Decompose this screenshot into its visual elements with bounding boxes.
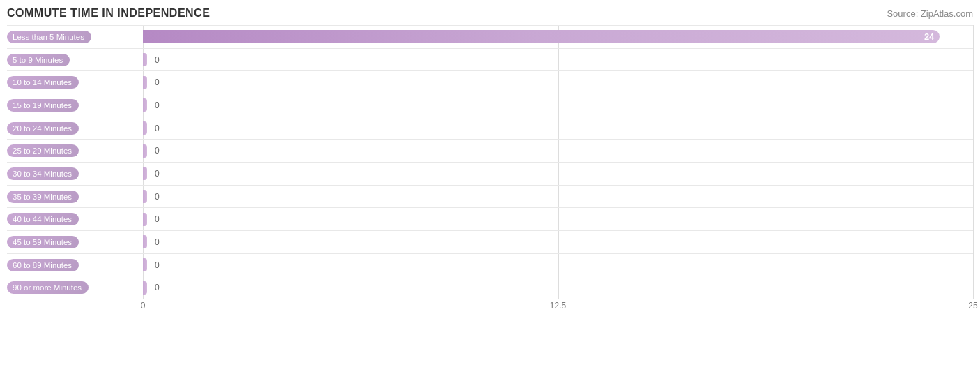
bar-label-pill: 25 to 29 Minutes xyxy=(7,144,79,157)
bar-row: 25 to 29 Minutes0 xyxy=(7,140,973,163)
bar-fill xyxy=(143,167,147,180)
bar-track: 24 xyxy=(143,26,973,48)
bars-area: Less than 5 Minutes245 to 9 Minutes010 t… xyxy=(7,25,973,299)
bar-label-pill: 15 to 19 Minutes xyxy=(7,99,79,112)
bar-fill xyxy=(143,190,147,203)
bar-label-container: 60 to 89 Minutes xyxy=(7,259,143,271)
bar-label-container: 35 to 39 Minutes xyxy=(7,191,143,203)
bar-fill xyxy=(143,258,147,271)
bar-fill xyxy=(143,76,147,89)
bar-fill xyxy=(143,53,147,66)
grid-line-100 xyxy=(973,25,974,299)
chart-body: Less than 5 Minutes245 to 9 Minutes010 t… xyxy=(7,25,973,320)
bar-row: 15 to 19 Minutes0 xyxy=(7,94,973,117)
x-axis: 0 12.5 25 xyxy=(143,301,973,320)
bar-label-pill: 45 to 59 Minutes xyxy=(7,236,79,248)
bar-label-container: 10 to 14 Minutes xyxy=(7,76,143,89)
bar-value-label: 0 xyxy=(155,260,160,270)
bar-value-label: 0 xyxy=(155,192,160,202)
bar-label-pill: 5 to 9 Minutes xyxy=(7,54,70,66)
bar-track: 0 xyxy=(143,49,973,71)
bar-label-container: 40 to 44 Minutes xyxy=(7,213,143,225)
bar-label-pill: 90 or more Minutes xyxy=(7,281,89,294)
bar-fill xyxy=(143,121,147,135)
bar-label-pill: 35 to 39 Minutes xyxy=(7,191,79,203)
bar-value-label: 0 xyxy=(155,55,160,65)
bar-label-container: 25 to 29 Minutes xyxy=(7,144,143,157)
bar-value-label: 0 xyxy=(155,146,160,156)
bar-label-container: Less than 5 Minutes xyxy=(7,31,143,43)
chart-title: COMMUTE TIME IN INDEPENDENCE xyxy=(7,7,210,20)
chart-header: COMMUTE TIME IN INDEPENDENCE Source: Zip… xyxy=(7,7,973,20)
bar-fill: 24 xyxy=(143,30,940,43)
bar-row: 5 to 9 Minutes0 xyxy=(7,49,973,72)
bar-value-label: 0 xyxy=(155,237,160,247)
bar-row: 60 to 89 Minutes0 xyxy=(7,254,973,277)
bar-fill xyxy=(143,281,147,295)
bar-track: 0 xyxy=(143,231,973,253)
bar-track: 0 xyxy=(143,276,973,299)
bar-value-label: 0 xyxy=(155,169,160,179)
bar-track: 0 xyxy=(143,71,973,94)
bar-label-container: 90 or more Minutes xyxy=(7,281,143,294)
bar-track: 0 xyxy=(143,117,973,140)
bar-label-pill: 60 to 89 Minutes xyxy=(7,259,79,271)
bar-row: 90 or more Minutes0 xyxy=(7,276,973,299)
bar-track: 0 xyxy=(143,163,973,185)
x-label-25: 25 xyxy=(968,301,977,311)
bar-label-pill: 20 to 24 Minutes xyxy=(7,122,79,135)
bar-value-label: 0 xyxy=(155,100,160,110)
bar-row: 30 to 34 Minutes0 xyxy=(7,163,973,186)
bar-label-container: 5 to 9 Minutes xyxy=(7,54,143,66)
chart-container: COMMUTE TIME IN INDEPENDENCE Source: Zip… xyxy=(0,0,980,365)
bar-track: 0 xyxy=(143,186,973,208)
bar-fill xyxy=(143,235,147,248)
bar-label-container: 30 to 34 Minutes xyxy=(7,167,143,180)
bar-value-label: 0 xyxy=(155,214,160,224)
bar-value-label: 24 xyxy=(924,31,934,42)
bar-label-pill: Less than 5 Minutes xyxy=(7,31,91,43)
bar-fill xyxy=(143,144,147,158)
bar-fill xyxy=(143,98,147,112)
bar-label-pill: 10 to 14 Minutes xyxy=(7,76,79,89)
bar-track: 0 xyxy=(143,208,973,230)
bar-label-container: 45 to 59 Minutes xyxy=(7,236,143,248)
bar-label-pill: 30 to 34 Minutes xyxy=(7,167,79,180)
x-label-12: 12.5 xyxy=(550,301,566,311)
bar-row: 40 to 44 Minutes0 xyxy=(7,208,973,231)
bar-row: 35 to 39 Minutes0 xyxy=(7,186,973,209)
bar-label-container: 20 to 24 Minutes xyxy=(7,122,143,135)
chart-source: Source: ZipAtlas.com xyxy=(887,8,973,19)
bar-value-label: 0 xyxy=(155,124,160,133)
x-label-0: 0 xyxy=(141,301,146,311)
bar-row: Less than 5 Minutes24 xyxy=(7,25,973,49)
bar-track: 0 xyxy=(143,254,973,276)
bar-row: 45 to 59 Minutes0 xyxy=(7,231,973,254)
bar-label-container: 15 to 19 Minutes xyxy=(7,99,143,112)
bar-value-label: 0 xyxy=(155,77,160,87)
bar-row: 20 to 24 Minutes0 xyxy=(7,117,973,140)
bar-row: 10 to 14 Minutes0 xyxy=(7,71,973,94)
bar-track: 0 xyxy=(143,94,973,117)
bar-label-pill: 40 to 44 Minutes xyxy=(7,213,79,225)
bar-fill xyxy=(143,213,147,226)
bar-value-label: 0 xyxy=(155,283,160,292)
bar-track: 0 xyxy=(143,140,973,162)
